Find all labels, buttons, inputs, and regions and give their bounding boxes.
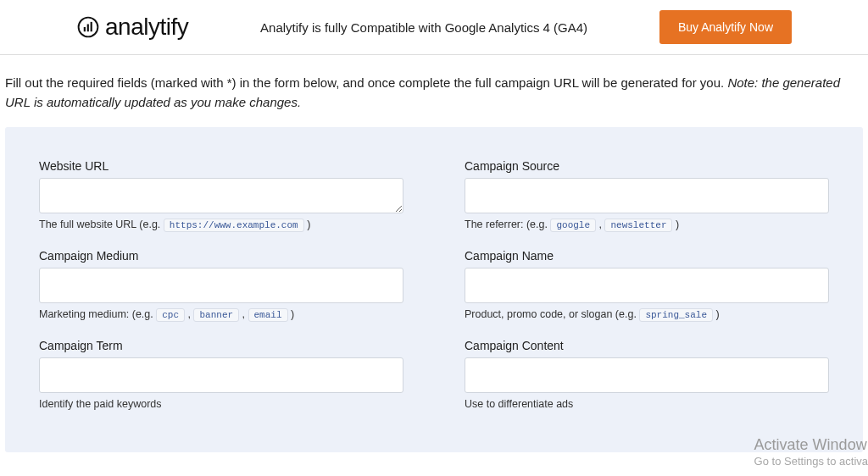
- campaign-source-input[interactable]: [465, 178, 829, 213]
- campaign-name-field: Campaign Name Product, promo code, or sl…: [465, 249, 829, 322]
- buy-now-button[interactable]: Buy Analytify Now: [659, 10, 792, 44]
- campaign-source-helper: The referrer: (e.g. google , newsletter …: [465, 219, 829, 232]
- campaign-content-field: Campaign Content Use to differentiate ad…: [465, 339, 829, 410]
- code-chip: email: [248, 308, 288, 322]
- analytify-logo-icon: [76, 15, 100, 39]
- website-url-input[interactable]: [39, 178, 403, 213]
- code-chip: cpc: [156, 308, 185, 322]
- campaign-form-panel: Website URL The full website URL (e.g. h…: [5, 127, 863, 452]
- website-url-field: Website URL The full website URL (e.g. h…: [39, 159, 403, 232]
- campaign-term-helper: Identify the paid keywords: [39, 398, 403, 410]
- brand-name: analytify: [105, 14, 188, 41]
- brand-logo[interactable]: analytify: [76, 14, 188, 41]
- campaign-term-field: Campaign Term Identify the paid keywords: [39, 339, 403, 410]
- campaign-term-label: Campaign Term: [39, 339, 403, 352]
- campaign-medium-helper: Marketing medium: (e.g. cpc , banner , e…: [39, 308, 403, 322]
- campaign-name-input[interactable]: [465, 268, 829, 303]
- svg-rect-3: [91, 22, 92, 31]
- code-chip: google: [550, 219, 596, 232]
- top-bar: analytify Analytify is fully Compatible …: [0, 0, 868, 55]
- website-url-label: Website URL: [39, 159, 403, 173]
- campaign-content-helper: Use to differentiate ads: [465, 398, 829, 410]
- website-url-helper: The full website URL (e.g. https://www.e…: [39, 219, 403, 232]
- campaign-medium-field: Campaign Medium Marketing medium: (e.g. …: [39, 249, 403, 322]
- intro-text: Fill out the required fields (marked wit…: [0, 55, 868, 127]
- campaign-term-input[interactable]: [39, 357, 403, 393]
- form-grid: Website URL The full website URL (e.g. h…: [39, 159, 829, 410]
- code-chip: spring_sale: [639, 308, 713, 322]
- intro-prefix: Fill out the required fields (marked wit…: [5, 75, 727, 90]
- campaign-source-label: Campaign Source: [465, 159, 829, 173]
- campaign-medium-input[interactable]: [39, 268, 403, 303]
- svg-rect-1: [84, 27, 86, 31]
- campaign-medium-label: Campaign Medium: [39, 249, 403, 263]
- code-chip: banner: [193, 308, 239, 322]
- campaign-content-label: Campaign Content: [465, 339, 829, 352]
- campaign-source-field: Campaign Source The referrer: (e.g. goog…: [465, 159, 829, 232]
- campaign-name-helper: Product, promo code, or slogan (e.g. spr…: [465, 308, 829, 322]
- campaign-name-label: Campaign Name: [465, 249, 829, 263]
- code-chip: https://www.example.com: [164, 219, 304, 232]
- header-message: Analytify is fully Compatible with Googl…: [222, 20, 626, 35]
- svg-rect-2: [87, 25, 89, 32]
- campaign-content-input[interactable]: [465, 357, 829, 393]
- code-chip: newsletter: [604, 219, 672, 232]
